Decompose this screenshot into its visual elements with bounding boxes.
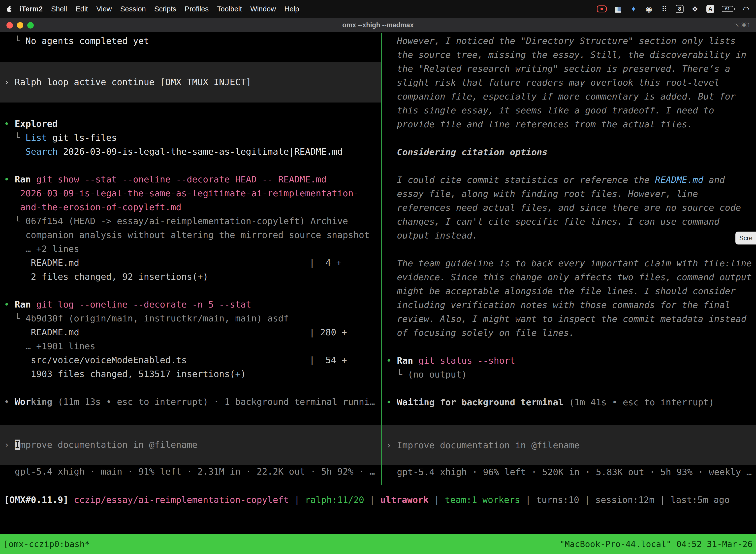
no-output-line: └ (no output) [382,368,756,382]
text-segment: ralph:11/20 [305,495,364,505]
thinking-paragraph-line: The team guideline is to back every impo… [382,257,756,270]
window-manager-icon[interactable]: ▦ [614,5,622,13]
text-segment: gpt-5.4 xhigh · 96% left · 520K in · 5.8… [386,467,752,477]
cmd-continuation-1: 2026-03-09-is-legal-the-same-as-legitima… [0,186,381,200]
apple-menu[interactable] [6,5,12,13]
text-segment: • [4,119,15,129]
window-controls [6,18,34,33]
explored-search-item: Search 2026-03-09-is-legal-the-same-as-l… [0,145,381,159]
text-segment: README.md [4,258,79,268]
text-segment: List [25,132,47,143]
text-segment: Wor [15,397,31,407]
text-segment: companion analysis without altering the … [4,230,370,240]
text-segment: of focusing solely on file lines. [386,328,574,338]
text-segment: mprove documentation in @filename [20,440,197,450]
text-segment: Search [25,147,58,157]
text-segment: git ls-files [47,132,117,143]
text-segment: | [654,495,671,505]
dark-app-icon[interactable]: ◉ [645,5,653,13]
thinking-paragraph-line: might be acceptable alongside the file l… [382,284,756,298]
thinking-paragraph-line: the "Related research writing" section i… [382,62,756,76]
thinking-paragraph-line: provide file and line references from th… [382,117,756,131]
menu-item-edit[interactable]: Edit [71,0,92,18]
prompt-input[interactable]: › Improve documentation in @filename [0,425,381,465]
menu-item-toolbelt[interactable]: Toolbelt [213,0,246,18]
menu-item-scripts[interactable]: Scripts [150,0,181,18]
screenshot-overlay-button[interactable]: Scre [736,232,756,244]
thinking-paragraph-line: I could cite commit statistics or refere… [382,173,756,187]
battery-icon[interactable]: 61 [722,5,735,13]
truncation-note-1: … +2 lines [0,242,381,256]
menu-item-session[interactable]: Session [116,0,150,18]
menu-item-profiles[interactable]: Profiles [181,0,213,18]
explored-header: • Explored [0,117,381,131]
text-segment: └ [386,369,408,380]
box-content: › Ralph loop active continue [OMX_TMUX_I… [0,75,251,89]
status-icons: ▦✦◉⠿8❖A61◠ [597,5,750,13]
text-segment: └ [4,132,25,143]
pane-left: └ No agents completed yet› Ralph loop ac… [0,33,381,485]
menu-items: iTerm2ShellEditViewSessionScriptsProfile… [15,0,303,18]
omx-status-line: [OMX#0.11.9] cczip/essay/ai-reimplementa… [0,493,756,507]
text-segment: | 54 + [309,353,347,367]
wifi-icon[interactable]: ◠ [742,5,750,13]
tmux-status-bar: [omx-cczip0:bash* "MacBook-Pro-44.local"… [0,534,756,554]
input-source-icon[interactable]: A [706,5,714,13]
text-segment: 2 files changed, 92 insertions(+) [4,272,208,282]
commit-summary-1: └ 067f154 (HEAD -> essay/ai-reimplementa… [0,214,381,228]
text-segment: 1903 files changed, 513517 insertions(+) [4,369,246,379]
dots-grid-icon[interactable]: ⠿ [660,5,668,13]
menu-item-shell[interactable]: Shell [47,0,71,18]
explored-list-item: └ List git ls-files [0,131,381,145]
thinking-paragraph-line: review. Also, I might want to inspect th… [382,312,756,326]
thinking-paragraph-line: essay file, along with finding root file… [382,187,756,201]
text-segment: | [520,495,536,505]
thinking-paragraph-line: However, I noticed the "Directory Struct… [382,34,756,48]
record-dot [601,8,603,10]
text-segment: Considering citation options [386,147,548,157]
menu-item-iterm2[interactable]: iTerm2 [15,0,47,18]
ran-git-status-header: • Ran git status --short [382,354,756,368]
text-segment: › [4,77,15,87]
text-segment: and [703,175,725,185]
text-segment: README.md [4,327,79,337]
close-button[interactable] [6,22,13,29]
text-segment: the source tree, missing the essay. Stil… [386,50,746,60]
text-segment [4,188,20,198]
text-segment: Improve documentation in @filename [397,440,580,450]
text-segment: └ [4,313,25,323]
spark-app-icon[interactable]: ✦ [630,5,637,13]
command-app-icon[interactable]: ❖ [691,5,699,13]
thinking-paragraph-line: companion file, especially if more comme… [382,90,756,104]
session-stats-line: gpt-5.4 xhigh · main · 91% left · 2.31M … [0,465,381,479]
thinking-paragraph-line: the source tree, missing the essay. Stil… [382,48,756,62]
session-stats-line: gpt-5.4 xhigh · 96% left · 520K in · 5.8… [382,465,756,479]
text-segment [413,355,419,366]
text-segment: › [4,440,15,450]
screen-recording-icon[interactable] [597,5,607,12]
text-segment: 2026-03-09-is-legal-the-same-as-legitima… [58,147,343,157]
prompt-input[interactable]: › Improve documentation in @filename [382,425,756,465]
minimize-button[interactable] [17,22,23,29]
text-segment: (11m 13s • esc to interrupt) · 1 backgro… [52,397,375,407]
text-segment: | [429,495,445,505]
keycap-8-icon[interactable]: 8 [676,5,684,13]
box-content: › Improve documentation in @filename [0,438,197,452]
text-segment [4,202,20,212]
spacer [0,48,381,62]
text-segment: src/voice/voiceModeEnabled.ts [4,355,187,365]
menu-item-help[interactable]: Help [280,0,303,18]
battery-nub [734,8,735,10]
thinking-paragraph-line: this single essay, it seems like a good … [382,104,756,117]
menu-item-window[interactable]: Window [246,0,280,18]
text-segment: README.md [655,175,703,185]
text-segment [68,495,74,505]
text-segment: | 4 + [309,256,341,270]
thinking-paragraph-line: changes, I can't cite specific file line… [382,215,756,229]
cmd-continuation-2: and-the-erosion-of-copyleft.md [0,200,381,214]
ralph-loop-banner: › Ralph loop active continue [OMX_TMUX_I… [0,62,381,103]
spacer [0,284,381,297]
apple-logo-icon [6,5,12,13]
zoom-button[interactable] [27,22,34,29]
menu-item-view[interactable]: View [92,0,116,18]
